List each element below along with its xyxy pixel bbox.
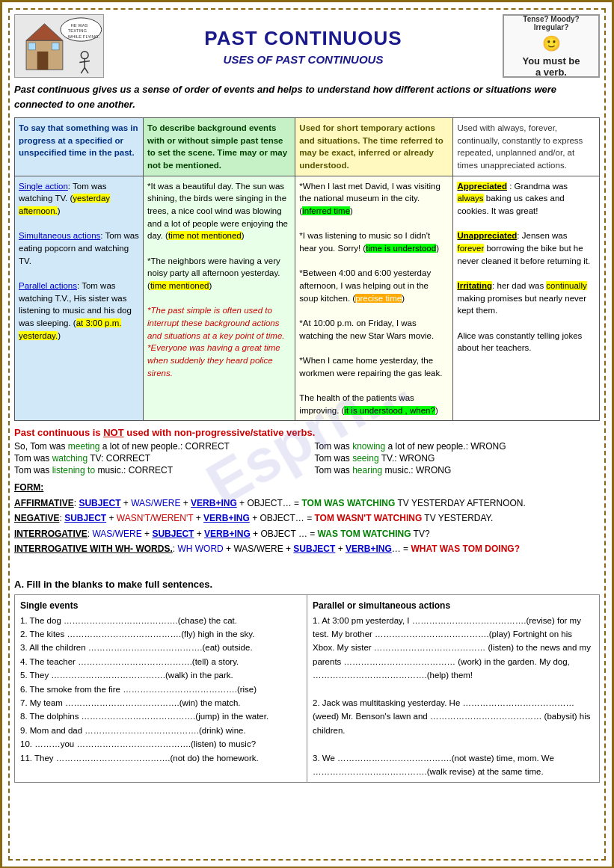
wrong-row2: Tom was seeing TV.: WRONG — [315, 453, 601, 464]
ex-parallel-3: 3. We ………………………………….(not waste) time, mo… — [313, 751, 594, 779]
header-right-image: Tense? Moody? Irregular? 🙂 You must be a… — [503, 14, 600, 78]
must-be-line: You must be a verb. — [522, 55, 580, 78]
ex-single-10: 10. ………you ………………………………….(listen) to mus… — [20, 737, 301, 751]
main-table: To say that something was in progress at… — [14, 117, 600, 421]
ex-parallel-2: 2. Jack was multitasking yesterday. He …… — [313, 696, 594, 737]
ex-single-4: 4. The teacher ………………………………….(tell) a st… — [20, 655, 301, 668]
intro-text: Past continuous gives us a sense of orde… — [14, 82, 600, 111]
ex-single-8: 8. The dolphins ………………………………….(jump) in … — [20, 710, 301, 723]
svg-rect-3 — [37, 52, 49, 70]
wrong-row1: Tom was knowing a lot of new people.: WR… — [315, 441, 601, 452]
col3-content: *When I last met David, I was visiting t… — [295, 176, 453, 421]
ex-single-7: 7. My team ………………………………….(win) the match… — [20, 696, 301, 710]
wrong-row3: Tom was hearing music.: WRONG — [315, 465, 601, 475]
col3-header: Used for short temporary actions and sit… — [295, 118, 453, 176]
svg-text:HE WAS: HE WAS — [71, 23, 88, 28]
ex-parallel-1: 1. At 3:00 pm yesterday, I …………………………………… — [313, 614, 594, 683]
svg-rect-5 — [52, 43, 59, 50]
ex-single-6: 6. The smoke from the fire …………………………………… — [20, 683, 301, 696]
ex-single-5: 5. They ………………………………….(walk) in the park… — [20, 668, 301, 682]
svg-rect-4 — [28, 43, 36, 50]
header-left-image: HE WAS TEXTING WHILE FLYING. — [14, 14, 104, 78]
tense-line1: Tense? Moody? Irregular? — [507, 15, 595, 31]
ex-single-2: 2. The kites ………………………………….(fly) high in… — [20, 627, 301, 641]
col2-content: *It was a beautiful day. The sun was shi… — [144, 176, 295, 421]
form-section: FORM: AFFIRMATIVE: SUBJECT + WAS/WERE + … — [14, 480, 600, 556]
correct-row1: So, Tom was meeting a lot of new people.… — [14, 441, 300, 452]
svg-text:TEXTING: TEXTING — [68, 28, 88, 33]
main-title: PAST CONTINUOUS — [111, 27, 495, 50]
subtitle: USES OF PAST CONTINUOUS — [111, 53, 495, 66]
header: HE WAS TEXTING WHILE FLYING. PAST CONTIN… — [14, 14, 600, 78]
exercise-a-title: A. Fill in the blanks to make full sente… — [14, 579, 600, 590]
ex-single-3: 3. All the children ………………………………….(eat) … — [20, 641, 301, 654]
single-events-header: Single events — [20, 599, 301, 613]
ex-single-1: 1. The dog ………………………………….(chase) the cat… — [20, 614, 301, 627]
svg-text:WHILE FLYING.: WHILE FLYING. — [68, 34, 100, 39]
exercise-table: Single events 1. The dog ………………………………….(… — [14, 594, 600, 783]
ex-single-11: 11. They ………………………………….(not do) the home… — [20, 751, 301, 765]
col4-content: Appreciated : Grandma was always baking … — [453, 176, 600, 421]
col1-content: Single action: Tom was watching TV. (yes… — [15, 176, 144, 421]
not-used-grid: So, Tom was meeting a lot of new people.… — [14, 441, 600, 475]
parallel-events-header: Parallel or simultaneous actions — [313, 599, 594, 613]
col4-header: Used with always, forever, continually, … — [453, 118, 600, 176]
ex-single-9: 9. Mom and dad ………………………………….(drink) win… — [20, 724, 301, 737]
not-used-title: Past continuous is NOT used with non-pro… — [14, 427, 600, 438]
correct-row3: Tom was listening to music.: CORRECT — [14, 465, 300, 475]
correct-row2: Tom was watching TV: CORRECT — [14, 453, 300, 464]
col1-header: To say that something was in progress at… — [15, 118, 144, 176]
col2-header: To describe background events with or wi… — [144, 118, 295, 176]
header-center: PAST CONTINUOUS USES OF PAST CONTINUOUS — [104, 27, 503, 66]
